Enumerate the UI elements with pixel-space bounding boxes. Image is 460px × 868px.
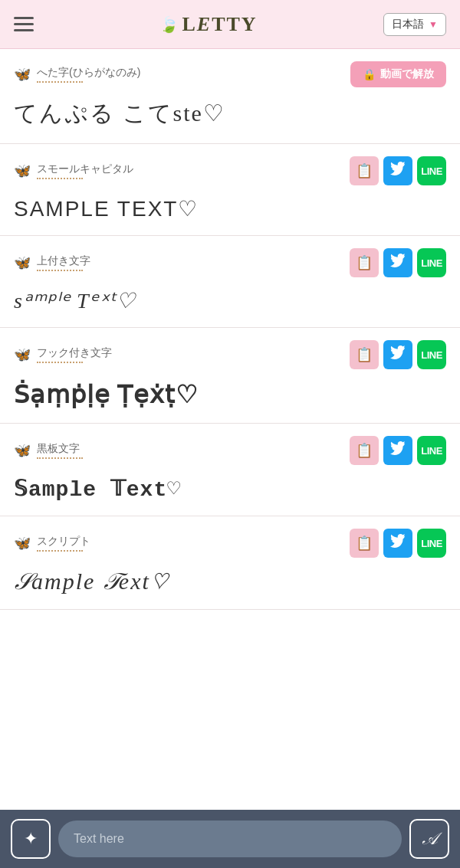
line-label: LINE — [421, 349, 442, 361]
section-small-caps-label: スモールキャピタル — [37, 162, 133, 176]
section-script-title: 🦋 スクリプト — [14, 535, 90, 552]
twitter-button-small-caps[interactable] — [383, 156, 412, 185]
section-small-caps-title: 🦋 スモールキャピタル — [14, 162, 133, 179]
twitter-button-superscript[interactable] — [383, 248, 412, 277]
menu-button[interactable] — [14, 17, 34, 31]
butterfly-icon: 🦋 — [14, 535, 31, 552]
superscript-preview: sᵃᵐᵖˡᵉ Tᵉˣᵗ♡ — [14, 285, 446, 316]
section-heta-label: へた字(ひらがなのみ) — [37, 66, 140, 80]
butterfly-icon: 🦋 — [14, 254, 31, 271]
unlock-button[interactable]: 🔒 動画で解放 — [350, 61, 446, 87]
line-label: LINE — [421, 538, 442, 549]
small-caps-preview: SAMPLE TEXT♡ — [14, 193, 446, 224]
line-label: LINE — [421, 165, 442, 177]
twitter-icon — [390, 162, 406, 181]
lock-icon: 🔒 — [363, 68, 376, 80]
line-button-superscript[interactable]: LINE — [417, 248, 446, 277]
line-button-hook[interactable]: LINE — [417, 340, 446, 369]
section-heta-header: 🦋 へた字(ひらがなのみ) 🔒 動画で解放 — [14, 61, 446, 87]
font-icon: 𝒜 — [422, 829, 437, 849]
section-superscript-actions: 📋 LINE — [350, 248, 446, 277]
chevron-down-icon: ▼ — [429, 19, 438, 30]
text-input[interactable] — [58, 821, 402, 857]
copy-button-script[interactable]: 📋 — [350, 529, 379, 558]
copy-button-hook[interactable]: 📋 — [350, 340, 379, 369]
section-blackboard-header: 🦋 黒板文字 📋 LINE — [14, 436, 446, 465]
section-script-label: スクリプト — [37, 535, 90, 549]
heta-preview: てんぷる こてste♡ — [14, 95, 446, 133]
copy-button-small-caps[interactable]: 📋 — [350, 156, 379, 185]
hook-preview: Ṡạṃṗḷẹ Ṭẹẋṭ♡ — [14, 377, 446, 412]
twitter-button-blackboard[interactable] — [383, 436, 412, 465]
section-script: 🦋 スクリプト 📋 LINE — [0, 516, 460, 610]
copy-icon: 📋 — [356, 162, 373, 179]
line-button-small-caps[interactable]: LINE — [417, 156, 446, 185]
line-label: LINE — [421, 257, 442, 269]
twitter-icon — [390, 346, 406, 365]
butterfly-icon: 🦋 — [14, 66, 31, 83]
butterfly-icon: 🦋 — [14, 162, 31, 179]
twitter-button-hook[interactable] — [383, 340, 412, 369]
section-small-caps-header: 🦋 スモールキャピタル 📋 LIN — [14, 156, 446, 185]
twitter-icon — [390, 534, 406, 553]
line-button-script[interactable]: LINE — [417, 529, 446, 558]
logo-rest: TTY — [212, 13, 257, 36]
app-logo: 🍃 LETTY — [159, 13, 257, 36]
copy-icon: 📋 — [356, 535, 373, 552]
logo-e: E — [197, 13, 212, 36]
font-button[interactable]: 𝒜 — [409, 819, 449, 859]
section-hook-actions: 📋 LINE — [350, 340, 446, 369]
butterfly-icon: 🦋 — [14, 346, 31, 363]
section-blackboard-actions: 📋 LINE — [350, 436, 446, 465]
line-button-blackboard[interactable]: LINE — [417, 436, 446, 465]
section-heta: 🦋 へた字(ひらがなのみ) 🔒 動画で解放 てんぷる こてste♡ — [0, 49, 460, 144]
section-hook-label: フック付き文字 — [37, 346, 112, 360]
sparkle-icon: ✦ — [24, 829, 38, 849]
logo-leaf-icon: 🍃 — [159, 15, 180, 34]
logo-text: L — [182, 13, 196, 36]
unlock-label: 動画で解放 — [380, 67, 434, 81]
section-small-caps-actions: 📋 LINE — [350, 156, 446, 185]
script-preview: 𝒮ample 𝒯ext♡ — [14, 565, 446, 598]
language-label: 日本語 — [392, 18, 424, 31]
section-superscript-header: 🦋 上付き文字 📋 LINE — [14, 248, 446, 277]
section-hook: 🦋 フック付き文字 📋 LINE — [0, 328, 460, 424]
twitter-icon — [390, 441, 406, 460]
section-superscript: 🦋 上付き文字 📋 LINE — [0, 236, 460, 328]
twitter-button-script[interactable] — [383, 529, 412, 558]
copy-icon: 📋 — [356, 442, 373, 459]
section-hook-header: 🦋 フック付き文字 📋 LINE — [14, 340, 446, 369]
section-blackboard-label: 黒板文字 — [37, 442, 83, 456]
section-hook-title: 🦋 フック付き文字 — [14, 346, 112, 363]
section-script-header: 🦋 スクリプト 📋 LINE — [14, 529, 446, 558]
copy-button-superscript[interactable]: 📋 — [350, 248, 379, 277]
twitter-icon — [390, 254, 406, 273]
app-header: 🍃 LETTY 日本語 ▼ — [0, 0, 460, 49]
section-heta-title: 🦋 へた字(ひらがなのみ) — [14, 66, 140, 83]
section-blackboard-title: 🦋 黒板文字 — [14, 442, 83, 459]
section-blackboard: 🦋 黒板文字 📋 LINE — [0, 424, 460, 516]
copy-button-blackboard[interactable]: 📋 — [350, 436, 379, 465]
bottom-bar: ✦ 𝒜 — [0, 810, 460, 868]
blackboard-preview: 𝕊ample 𝕋ext♡ — [14, 473, 446, 505]
sparkle-button[interactable]: ✦ — [11, 819, 51, 859]
copy-icon: 📋 — [356, 254, 373, 271]
butterfly-icon: 🦋 — [14, 442, 31, 459]
section-heta-actions: 🔒 動画で解放 — [350, 61, 446, 87]
section-script-actions: 📋 LINE — [350, 529, 446, 558]
language-selector[interactable]: 日本語 ▼ — [383, 13, 446, 36]
main-content: 🦋 へた字(ひらがなのみ) 🔒 動画で解放 てんぷる こてste♡ 🦋 — [0, 49, 460, 679]
line-label: LINE — [421, 445, 442, 457]
section-superscript-title: 🦋 上付き文字 — [14, 254, 90, 271]
copy-icon: 📋 — [356, 346, 373, 363]
section-small-caps: 🦋 スモールキャピタル 📋 LIN — [0, 144, 460, 236]
section-superscript-label: 上付き文字 — [37, 254, 90, 268]
